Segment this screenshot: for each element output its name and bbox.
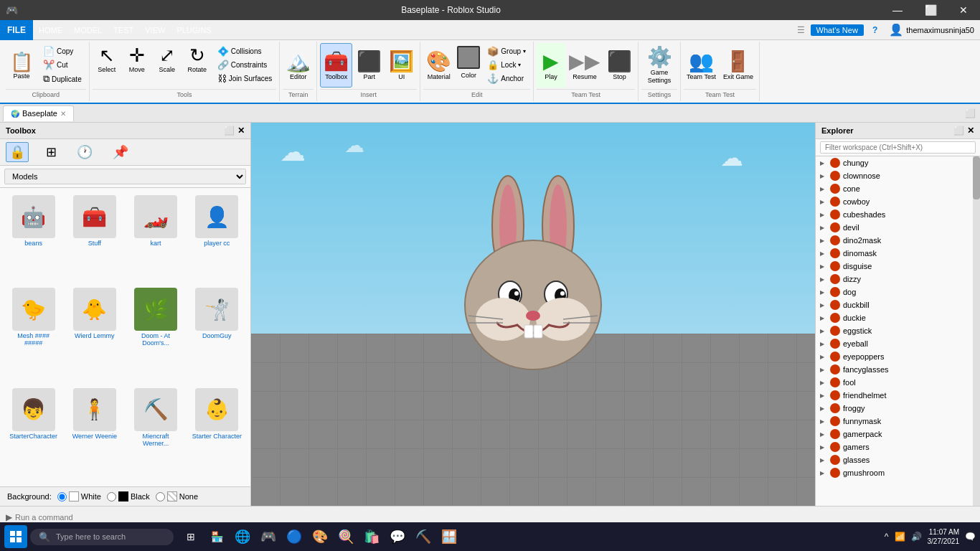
scale-button[interactable]: ⤢ Scale [153,43,182,75]
list-item-fool[interactable]: ▶ fool [816,376,973,389]
bg-none-radio[interactable] [156,492,165,501]
ui-button[interactable]: 🖼️ UI [386,43,417,88]
play-button[interactable]: ▶ Play [537,43,565,88]
toolbox-item-doomguy[interactable]: 🤺 DoomGuy [188,285,246,382]
list-item-duckie[interactable]: ▶ duckie [816,311,973,324]
list-item-devil[interactable]: ▶ devil [816,221,973,234]
menu-plugins[interactable]: PLUGINS [171,24,217,36]
constraints-button[interactable]: 🔗 Constraints [215,58,275,72]
paste-button[interactable]: 📋 Paste [6,43,37,88]
start-button[interactable] [4,525,27,548]
list-item-fancyglasses[interactable]: ▶ fancyglasses [816,363,973,376]
toolbox-item-kart[interactable]: 🏎️ kart [127,192,185,282]
list-item-cowboy[interactable]: ▶ cowboy [816,195,973,208]
tab-close-button[interactable]: ✕ [60,110,66,118]
notification-icon[interactable]: 🗨️ [965,532,976,542]
taskbar-app-shopping[interactable]: 🛍️ [360,525,383,548]
menu-home[interactable]: HOME [33,24,68,36]
toolbox-item-starter[interactable]: 👦 StarterCharacter [4,385,62,482]
toolbox-item-starterchar[interactable]: 👶 Starter Character [188,385,246,482]
toolbox-tab-recent[interactable]: 🕐 [74,143,95,161]
list-item-eyeball[interactable]: ▶ eyeball [816,337,973,350]
task-view-button[interactable]: ⊞ [179,525,202,548]
models-select[interactable]: Models Decals Meshes Audio Plugins Video… [4,169,246,184]
command-input[interactable] [15,513,974,522]
editor-button[interactable]: 🏔️ Editor [283,43,314,88]
resume-button[interactable]: ▶▶ Resume [567,43,603,88]
anchor-button[interactable]: ⚓ Anchor [484,72,529,85]
toolbox-button[interactable]: 🧰 Toolbox [320,43,352,88]
toolbox-item-lemmy[interactable]: 🐥 Wierd Lemmy [65,285,123,382]
taskbar-app-store[interactable]: 🏪 [205,525,228,548]
toolbox-close-button[interactable]: ✕ [237,126,245,136]
toolbox-item-playercc[interactable]: 👤 player cc [188,192,246,282]
team-test-button[interactable]: 👥 Team Test [684,43,719,88]
duplicate-button[interactable]: ⧉ Duplicate [40,72,85,86]
taskbar-search-input[interactable] [56,532,156,541]
scrollbar-thumb[interactable] [973,156,980,199]
taskbar-app-speech[interactable]: 💬 [386,525,409,548]
part-button[interactable]: ⬛ Part [354,43,385,88]
cut-button[interactable]: ✂️ Cut [40,58,85,72]
group-button[interactable]: 📦 Group ▾ [484,44,529,58]
list-item-glasses[interactable]: ▶ glasses [816,453,973,466]
toolbox-tab-bookmark[interactable]: 📌 [110,143,131,161]
maximize-button[interactable]: ⬜ [914,0,947,20]
copy-button[interactable]: 📄 Copy [40,44,85,58]
list-item-eggstick[interactable]: ▶ eggstick [816,324,973,337]
bg-white-radio[interactable] [57,492,67,501]
list-item-cone[interactable]: ▶ cone [816,182,973,195]
toolbox-tab-lock[interactable]: 🔒 [6,142,29,162]
bg-white-option[interactable]: White [57,491,101,501]
list-item-duckbill[interactable]: ▶ duckbill [816,298,973,311]
menu-test[interactable]: TEST [108,24,139,36]
taskbar-search[interactable]: 🔍 [30,529,174,545]
select-button[interactable]: ↖ Select [93,43,121,75]
explorer-scrollbar[interactable] [973,156,980,506]
tab-expand-button[interactable]: ⬜ [961,107,980,120]
explorer-restore-button[interactable]: ⬜ [953,126,964,136]
taskbar-clock[interactable]: 11:07 AM 3/27/2021 [928,527,960,546]
taskbar-app-chrome[interactable]: 🌐 [231,525,254,548]
join-surfaces-button[interactable]: ⛓ Join Surfaces [215,72,275,85]
material-button[interactable]: 🎨 Material [423,43,454,88]
network-icon[interactable]: 📶 [895,532,905,542]
list-item-froggy[interactable]: ▶ froggy [816,402,973,415]
list-item-gamers[interactable]: ▶ gamers [816,441,973,453]
toolbox-item-stuff[interactable]: 🧰 Stuff [65,192,123,282]
list-item-gmushroom[interactable]: ▶ gmushroom [816,466,973,479]
tray-expand-icon[interactable]: ^ [885,532,889,542]
list-item-dog[interactable]: ▶ dog [816,286,973,298]
bg-black-option[interactable]: Black [107,491,150,501]
explorer-close-button[interactable]: ✕ [967,126,974,136]
color-swatch[interactable] [457,46,480,69]
toolbox-item-mesh[interactable]: 🐤 Mesh #### ##### [4,285,62,382]
file-menu[interactable]: FILE [0,20,33,40]
list-item-dinomask[interactable]: ▶ dinomask [816,247,973,260]
toolbox-item-beans[interactable]: 🤖 beans [4,192,62,282]
list-item-dizzy[interactable]: ▶ dizzy [816,273,973,286]
collisions-button[interactable]: 💠 Collisions [215,44,275,58]
help-button[interactable]: ? [867,24,883,37]
rotate-button[interactable]: ↻ Rotate [183,43,212,75]
menu-model[interactable]: MODEL [68,24,108,36]
whats-new-button[interactable]: What's New [811,24,864,36]
toolbox-restore-button[interactable]: ⬜ [224,126,235,136]
list-item-cubeshades[interactable]: ▶ cubeshades [816,208,973,221]
list-item-clownnose[interactable]: ▶ clownnose [816,169,973,182]
stop-button[interactable]: ⬛ Stop [604,43,635,88]
list-item-friendhelmet[interactable]: ▶ friendhelmet [816,389,973,402]
taskbar-app-minecraft[interactable]: ⛏️ [412,525,435,548]
bg-black-radio[interactable] [107,492,116,501]
exit-game-button[interactable]: 🚪 Exit Game [720,43,756,88]
list-item-chungy[interactable]: ▶ chungy [816,156,973,169]
taskbar-app-edge[interactable]: 🔵 [283,525,306,548]
menu-view[interactable]: VIEW [139,24,171,36]
list-item-eyepoppers[interactable]: ▶ eyepoppers [816,350,973,363]
list-item-disguise[interactable]: ▶ disguise [816,260,973,273]
list-item-funnymask[interactable]: ▶ funnymask [816,415,973,428]
list-item-gamerpack[interactable]: ▶ gamerpack [816,428,973,441]
toolbox-item-miencraft[interactable]: ⛏️ Miencraft Werner... [127,385,185,482]
lock-button[interactable]: 🔒 Lock ▾ [484,58,529,72]
volume-icon[interactable]: 🔊 [911,532,922,542]
